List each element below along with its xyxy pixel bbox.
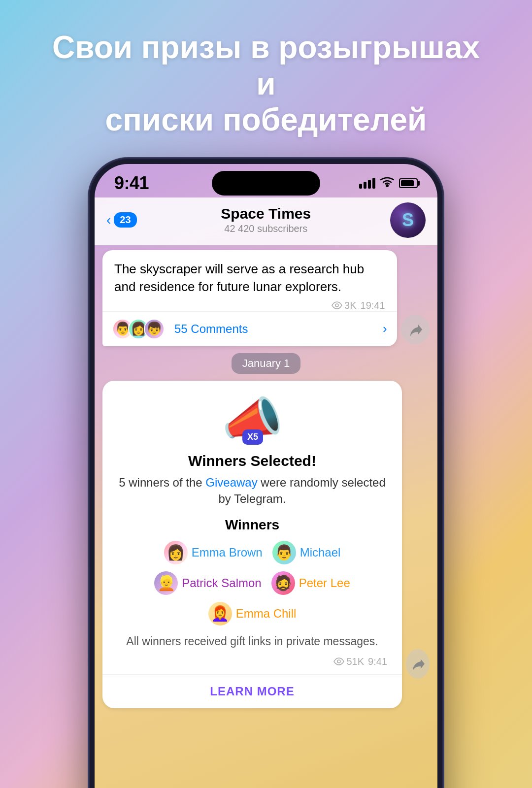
signal-bar-3: [368, 180, 371, 189]
signal-bar-2: [364, 182, 366, 189]
battery-fill: [401, 180, 414, 186]
date-divider: January 1: [102, 353, 430, 374]
winner-peter[interactable]: 🧔 Peter Lee: [271, 571, 350, 595]
date-pill: January 1: [232, 353, 301, 374]
chat-scroll[interactable]: The skyscraper will serve as a research …: [95, 245, 437, 788]
winner-name-patrick: Patrick Salmon: [182, 576, 261, 590]
winner-emma-brown[interactable]: 👩 Emma Brown: [164, 541, 263, 564]
giveaway-card: 📣 X5 Winners Selected! 5 winners of the …: [102, 381, 402, 708]
winner-avatar-michael: 👨: [272, 541, 296, 564]
status-time: 9:41: [114, 173, 149, 194]
winners-title: Winners: [117, 517, 387, 533]
message-meta: 3K 19:41: [114, 300, 385, 311]
learn-more-button[interactable]: LEARN MORE: [102, 674, 402, 708]
winners-row-2: 👱 Patrick Salmon 🧔 Peter Lee: [154, 571, 350, 595]
comments-link[interactable]: 55 Comments: [174, 322, 383, 336]
comment-avatars: 👨 👩 👦: [112, 319, 160, 339]
comments-bar[interactable]: 👨 👩 👦 55 Comments ›: [102, 311, 397, 346]
phone-inner: 9:41: [95, 164, 437, 788]
giveaway-footer: All winners received gift links in priva…: [117, 633, 387, 649]
comment-avatar-3: 👦: [144, 319, 165, 339]
signal-bar-4: [372, 178, 375, 189]
giveaway-time: 9:41: [368, 656, 387, 667]
phone-wrapper: 9:41: [89, 158, 443, 788]
back-button[interactable]: ‹ 23: [106, 212, 137, 228]
svg-point-2: [337, 660, 340, 663]
winner-avatar-patrick: 👱: [154, 571, 178, 595]
channel-name[interactable]: Space Times: [142, 205, 390, 222]
status-icons: [359, 176, 418, 190]
winner-name-emmac: Emma Chill: [236, 607, 297, 621]
winner-patrick[interactable]: 👱 Patrick Salmon: [154, 571, 261, 595]
desc-prefix: 5 winners of the: [119, 476, 205, 489]
message-time: 19:41: [361, 300, 385, 311]
message-bubble: The skyscraper will serve as a research …: [102, 250, 397, 346]
back-badge: 23: [114, 212, 136, 228]
signal-bars: [359, 178, 375, 189]
phone-screen: 9:41: [95, 164, 437, 788]
signal-bar-1: [359, 184, 362, 189]
winner-avatar-emma: 👩: [164, 541, 188, 564]
winners-grid: 👩 Emma Brown 👨 Michael: [117, 541, 387, 625]
winner-name-peter: Peter Lee: [299, 576, 350, 590]
channel-subscribers: 42 420 subscribers: [142, 223, 390, 234]
winner-michael[interactable]: 👨 Michael: [272, 541, 341, 564]
x5-badge: X5: [242, 429, 263, 445]
headline-text: Свои призы в розыгрышах и: [52, 30, 480, 101]
svg-point-0: [386, 184, 389, 187]
giveaway-views-count: 51K: [346, 656, 364, 667]
headline-container: Свои призы в розыгрышах и списки победит…: [0, 0, 532, 158]
winners-row-1: 👩 Emma Brown 👨 Michael: [164, 541, 341, 564]
giveaway-icon-area: 📣 X5: [117, 395, 387, 445]
message-views: 3K: [332, 300, 356, 311]
svg-point-1: [335, 304, 338, 307]
giveaway-title: Winners Selected!: [117, 453, 387, 469]
message-text: The skyscraper will serve as a research …: [114, 260, 385, 296]
giveaway-desc: 5 winners of the Giveaway were randomly …: [117, 474, 387, 507]
giveaway-meta: 51K 9:41: [117, 656, 387, 667]
channel-header: ‹ 23 Space Times 42 420 subscribers: [95, 197, 437, 245]
battery-icon: [399, 178, 418, 188]
status-bar: 9:41: [95, 164, 437, 197]
comments-arrow: ›: [383, 321, 387, 336]
giveaway-link[interactable]: Giveaway: [205, 476, 257, 489]
channel-info: Space Times 42 420 subscribers: [142, 205, 390, 234]
winner-avatar-emmac: 👩‍🦰: [208, 602, 232, 625]
winner-avatar-peter: 🧔: [271, 571, 295, 595]
channel-avatar[interactable]: [390, 202, 426, 238]
headline-text2: списки победителей: [105, 102, 427, 137]
giveaway-row: 📣 X5 Winners Selected! 5 winners of the …: [102, 381, 430, 708]
winner-emma-chill[interactable]: 👩‍🦰 Emma Chill: [208, 602, 297, 625]
winner-name-emma: Emma Brown: [192, 546, 263, 559]
views-count: 3K: [344, 300, 356, 311]
winner-name-michael: Michael: [300, 546, 341, 559]
back-arrow: ‹: [106, 212, 111, 228]
message-with-share: The skyscraper will serve as a research …: [102, 250, 430, 346]
wifi-icon: [380, 176, 394, 190]
share-button[interactable]: [401, 315, 430, 344]
giveaway-views: 51K: [333, 656, 364, 667]
share-button-2[interactable]: [406, 649, 430, 679]
dynamic-island: [212, 171, 320, 196]
winners-row-3: 👩‍🦰 Emma Chill: [208, 602, 297, 625]
